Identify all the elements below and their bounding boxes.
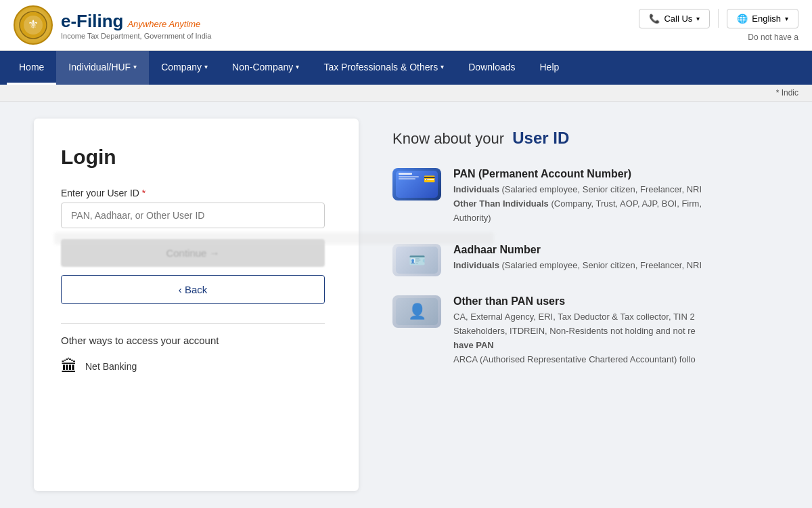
- aadhaar-desc: Individuals (Salaried employee, Senior c…: [453, 259, 798, 273]
- other-desc2: Stakeholders, ITDREIN, Non-Residents not…: [453, 326, 696, 336]
- home-label: Home: [19, 62, 44, 72]
- breadcrumb-bar: * Indic: [0, 85, 812, 102]
- language-label: English: [752, 14, 781, 24]
- pan-info: PAN (Permanent Account Number) Individua…: [453, 168, 798, 225]
- userid-item-aadhaar: 🪪 Aadhaar Number Individuals (Salaried e…: [392, 244, 798, 276]
- login-title: Login: [61, 146, 325, 169]
- phone-icon: 📞: [649, 14, 660, 24]
- logo-area: ⚜ e-Filing Anywhere Anytime Income Tax D…: [14, 5, 211, 45]
- aadhaar-desc1: (Salaried employee, Senior citizen, Free…: [499, 260, 702, 270]
- pan-desc: Individuals (Salaried employee, Senior c…: [453, 183, 798, 225]
- globe-icon: 🌐: [737, 14, 748, 24]
- lang-chevron-icon: ▾: [785, 15, 788, 22]
- user-id-input[interactable]: [61, 203, 325, 228]
- downloads-label: Downloads: [468, 62, 515, 72]
- pan-card-icon: 💳: [392, 168, 441, 200]
- divider-vertical: [718, 9, 719, 28]
- company-chevron-icon: ▾: [204, 63, 208, 70]
- logo-emblem: ⚜: [14, 5, 53, 45]
- aadhaar-card-icon: 🪪: [392, 244, 441, 276]
- noncompany-chevron-icon: ▾: [296, 63, 299, 70]
- net-banking-row[interactable]: 🏛 Net Banking: [61, 357, 325, 376]
- user-id-label: Enter your User ID *: [61, 188, 325, 198]
- svg-text:⚜: ⚜: [28, 18, 39, 31]
- individual-label: Individual/HUF: [68, 62, 131, 72]
- aadhaar-info: Aadhaar Number Individuals (Salaried emp…: [453, 244, 798, 273]
- continue-label: Continue →: [166, 247, 219, 259]
- pan-name: PAN (Permanent Account Number): [453, 168, 798, 180]
- bank-icon: 🏛: [61, 357, 77, 376]
- continue-button-area: Continue →: [61, 239, 325, 267]
- tax-prof-chevron-icon: ▾: [441, 63, 444, 70]
- know-about-panel: Know about your User ID 💳 PAN (Permanent…: [359, 102, 812, 508]
- logo-text-block: e-Filing Anywhere Anytime Income Tax Dep…: [61, 11, 211, 40]
- nav-item-downloads[interactable]: Downloads: [456, 51, 527, 85]
- other-card-icon: 👤: [392, 295, 441, 328]
- individual-chevron-icon: ▾: [133, 63, 137, 70]
- aadhaar-individuals-label: Individuals: [453, 260, 499, 270]
- emblem-svg: ⚜: [19, 11, 47, 39]
- pan-desc2: (Company, Trust, AOP, AJP, BOI, Firm,: [549, 198, 702, 209]
- logo-tagline-bottom: Income Tax Department, Government of Ind…: [61, 32, 211, 40]
- aadhaar-name: Aadhaar Number: [453, 244, 798, 256]
- nav-item-company[interactable]: Company ▾: [149, 51, 220, 85]
- nav-item-tax-professionals[interactable]: Tax Professionals & Others ▾: [311, 51, 456, 85]
- other-desc4: ARCA (Authorised Representative Chartere…: [453, 354, 696, 364]
- know-title-bold: User ID: [512, 129, 569, 147]
- other-name: Other than PAN users: [453, 295, 798, 308]
- call-chevron-icon: ▾: [696, 15, 700, 22]
- call-us-button[interactable]: 📞 Call Us ▾: [639, 9, 710, 28]
- know-title-regular: Know about your: [392, 130, 504, 147]
- logo-tagline-top: Anywhere Anytime: [127, 19, 200, 29]
- logo-efiling: e-Filing: [61, 11, 123, 32]
- pan-individuals-label: Individuals: [453, 184, 499, 194]
- other-desc: CA, External Agency, ERI, Tax Deductor &…: [453, 310, 798, 366]
- net-banking-label: Net Banking: [85, 361, 137, 372]
- company-label: Company: [161, 62, 202, 72]
- call-us-label: Call Us: [664, 14, 692, 24]
- other-info: Other than PAN users CA, External Agency…: [453, 295, 798, 366]
- know-about-title: Know about your User ID: [392, 129, 798, 148]
- nav-item-noncompany[interactable]: Non-Company ▾: [220, 51, 311, 85]
- nav-item-help[interactable]: Help: [528, 51, 572, 85]
- other-ways-title: Other ways to access your account: [61, 335, 325, 346]
- other-desc1: CA, External Agency, ERI, Tax Deductor &…: [453, 312, 695, 322]
- pan-other-label: Other Than Individuals: [453, 198, 549, 209]
- userid-item-other: 👤 Other than PAN users CA, External Agen…: [392, 295, 798, 366]
- back-label: ‹ Back: [179, 284, 208, 295]
- required-star: *: [142, 188, 145, 198]
- breadcrumb-text: * Indic: [776, 88, 798, 98]
- nav-item-home[interactable]: Home: [7, 51, 56, 85]
- header: ⚜ e-Filing Anywhere Anytime Income Tax D…: [0, 0, 812, 51]
- nav-item-individual[interactable]: Individual/HUF ▾: [56, 51, 149, 85]
- noncompany-label: Non-Company: [232, 62, 293, 72]
- tax-prof-label: Tax Professionals & Others: [323, 62, 438, 72]
- do-not-have: Do not have a: [748, 33, 798, 42]
- navbar: Home Individual/HUF ▾ Company ▾ Non-Comp…: [0, 51, 812, 85]
- login-panel: Login Enter your User ID * Continue → ‹ …: [34, 119, 359, 491]
- help-label: Help: [540, 62, 560, 72]
- userid-item-pan: 💳 PAN (Permanent Account Number) Individ…: [392, 168, 798, 225]
- language-button[interactable]: 🌐 English ▾: [727, 9, 798, 28]
- continue-button[interactable]: Continue →: [61, 239, 325, 267]
- other-ways-divider: [61, 323, 325, 324]
- header-right: 📞 Call Us ▾ 🌐 English ▾ Do not have a: [639, 9, 798, 42]
- back-button[interactable]: ‹ Back: [61, 275, 325, 304]
- pan-desc3: Authority): [453, 213, 491, 223]
- other-desc3: have PAN: [453, 340, 494, 350]
- main-content: Login Enter your User ID * Continue → ‹ …: [0, 102, 812, 508]
- pan-desc1: (Salaried employee, Senior citizen, Free…: [499, 184, 702, 194]
